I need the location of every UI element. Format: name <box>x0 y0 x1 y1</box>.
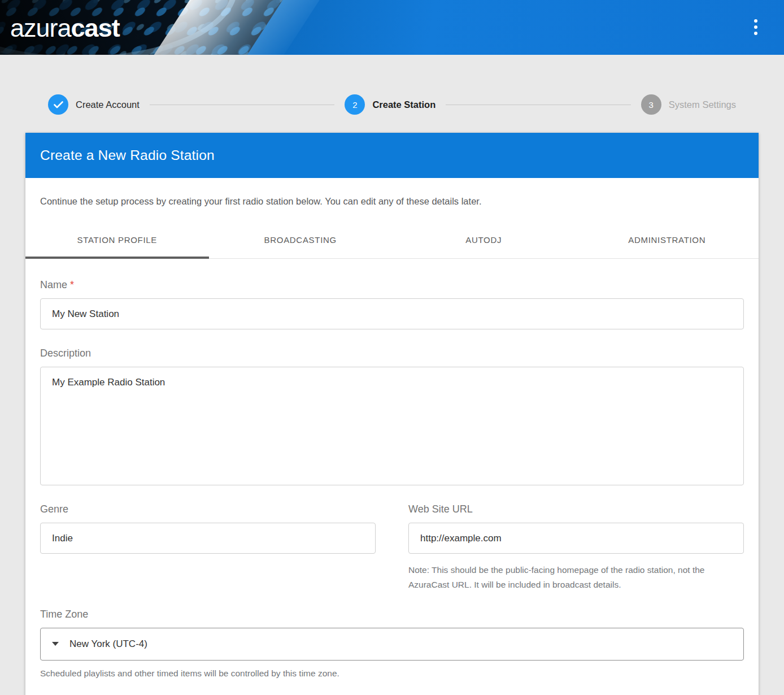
step-system-settings: 3 System Settings <box>641 94 736 115</box>
description-textarea[interactable]: My Example Radio Station <box>40 367 744 485</box>
genre-input[interactable] <box>40 523 376 554</box>
step-3-label: System Settings <box>669 99 736 110</box>
description-field-group: Description My Example Radio Station <box>40 348 744 485</box>
create-station-card: Create a New Radio Station Continue the … <box>25 133 759 695</box>
kebab-dot <box>754 32 757 35</box>
check-icon <box>54 101 63 108</box>
description-label: Description <box>40 348 91 359</box>
genre-label: Genre <box>40 503 68 515</box>
tab-station-profile[interactable]: STATION PROFILE <box>25 222 209 258</box>
card-header: Create a New Radio Station <box>25 133 759 178</box>
timezone-selected-value: New York (UTC-4) <box>69 638 147 650</box>
step-2-label: Create Station <box>372 99 435 110</box>
station-tabs: STATION PROFILE BROADCASTING AUTODJ ADMI… <box>25 222 759 259</box>
name-label-text: Name <box>40 279 67 290</box>
step-create-account: Create Account <box>48 94 140 115</box>
kebab-menu-icon[interactable] <box>744 16 767 38</box>
name-label: Name* <box>40 279 74 290</box>
kebab-dot <box>754 25 757 29</box>
website-url-input[interactable] <box>408 523 744 554</box>
required-asterisk: * <box>70 279 74 290</box>
name-field-group: Name* <box>40 279 744 329</box>
tab-autodj[interactable]: AUTODJ <box>392 222 576 258</box>
app-bar: azuracast <box>0 0 784 55</box>
timezone-hint: Scheduled playlists and other timed item… <box>40 668 744 679</box>
name-input[interactable] <box>40 298 744 329</box>
chevron-down-icon <box>52 642 59 646</box>
station-profile-form: Name* Description My Example Radio Stati… <box>25 259 759 695</box>
page-title: Create a New Radio Station <box>40 147 215 163</box>
tab-broadcasting[interactable]: BROADCASTING <box>209 222 393 258</box>
step-3-number-circle: 3 <box>641 94 661 115</box>
website-url-label: Web Site URL <box>408 503 473 515</box>
logo-text-bold: cast <box>71 14 120 42</box>
website-field-group: Web Site URL Note: This should be the pu… <box>408 503 744 593</box>
timezone-field-group: Time Zone New York (UTC-4) Scheduled pla… <box>40 609 744 679</box>
step-1-label: Create Account <box>76 99 140 110</box>
genre-field-group: Genre <box>40 503 376 593</box>
timezone-label: Time Zone <box>40 609 88 620</box>
stepper-connector <box>446 105 631 105</box>
timezone-select[interactable]: New York (UTC-4) <box>40 628 744 661</box>
genre-website-row: Genre Web Site URL Note: This should be … <box>40 503 744 593</box>
azuracast-logo: azuracast <box>10 14 120 43</box>
stepper-connector <box>150 105 335 105</box>
tab-administration[interactable]: ADMINISTRATION <box>576 222 759 258</box>
step-1-check-circle <box>48 94 68 115</box>
website-url-note: Note: This should be the public-facing h… <box>408 563 744 593</box>
step-create-station: 2 Create Station <box>345 94 435 115</box>
kebab-dot <box>754 19 757 23</box>
step-2-number-circle: 2 <box>345 94 365 115</box>
logo-text-regular: azura <box>10 14 71 42</box>
intro-text: Continue the setup process by creating y… <box>25 178 759 207</box>
setup-stepper: Create Account 2 Create Station 3 System… <box>48 94 736 115</box>
